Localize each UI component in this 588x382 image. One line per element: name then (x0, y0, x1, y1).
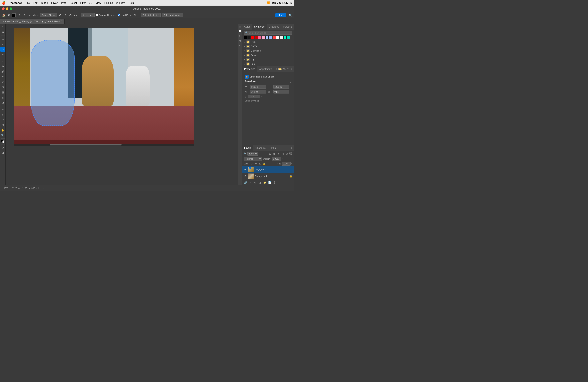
swatch-group-cmyk[interactable]: ▶ 📁 CMYK (242, 44, 294, 49)
brush-tool[interactable]: 🖌 (0, 69, 5, 74)
eyedropper-tool[interactable]: ✒ (0, 59, 5, 63)
menu-view[interactable]: View (96, 1, 101, 4)
prop-delete-icon[interactable]: 🗑 (286, 68, 289, 71)
select-and-mask-button[interactable]: Select and Mask... (162, 13, 184, 17)
link-layers-icon[interactable]: 🔗 (244, 181, 247, 184)
swatch-group-pastel[interactable]: ▶ 📁 Pastel (242, 53, 294, 57)
layer-filter-pixel-icon[interactable]: 🖼 (268, 152, 272, 155)
swatch-blue[interactable] (269, 36, 272, 39)
swatches-search[interactable]: 🔍 (244, 31, 293, 35)
shape-tool[interactable]: ◻ (0, 122, 5, 127)
swatch-lightgray[interactable] (280, 36, 283, 39)
spot-heal-tool[interactable]: ⊕ (0, 64, 5, 69)
height-input[interactable] (273, 85, 289, 89)
hand-tool[interactable]: ✋ (0, 128, 5, 133)
prop-add-icon[interactable]: ⊞ (282, 68, 286, 71)
scrollbar-thumb[interactable] (50, 144, 122, 145)
tab-color[interactable]: Color (242, 24, 252, 30)
menu-file[interactable]: File (26, 1, 30, 4)
lasso-tool[interactable]: ⌖ (0, 42, 5, 47)
path-selection-tool[interactable]: ↗ (0, 117, 5, 122)
new-group-icon[interactable]: 📁 (263, 181, 267, 184)
screen-mode-icon[interactable]: ⊟ (0, 151, 5, 155)
share-button[interactable]: Share (275, 13, 286, 17)
fill-input[interactable] (282, 162, 291, 166)
menu-select[interactable]: Select (70, 1, 77, 4)
crop-tool[interactable]: ✂ (0, 52, 5, 57)
swatch-group-light[interactable]: ▶ 📁 Light (242, 57, 294, 62)
layer-row-dogs6403[interactable]: 👁 S Dogs_6403 (242, 166, 294, 173)
gradient-tool[interactable]: ▤ (0, 90, 5, 95)
menu-type[interactable]: Type (61, 1, 66, 4)
sample-all-layers-checkbox[interactable] (96, 14, 98, 16)
swatch-brightred[interactable] (273, 36, 276, 39)
menu-filter[interactable]: Filter (80, 1, 86, 4)
tab-paths[interactable]: Paths (268, 145, 278, 151)
home-icon[interactable]: 🏠 (1, 13, 6, 17)
canvas-icon[interactable]: ⊡ (133, 13, 137, 17)
opacity-arrow-icon[interactable]: ▾ (282, 158, 283, 160)
swatch-dark[interactable] (247, 36, 251, 39)
tab-adjustments[interactable]: Adjustments (257, 66, 274, 72)
menu-3d[interactable]: 3D (89, 1, 92, 4)
object-finder-check[interactable]: ☑ (28, 13, 32, 17)
properties-icon[interactable]: ⊞ (238, 25, 242, 28)
blend-mode-select[interactable]: Normal (244, 157, 262, 161)
canvas[interactable] (14, 28, 194, 146)
app-name[interactable]: Photoshop (9, 1, 22, 4)
quick-mask-icon[interactable]: ⊙ (0, 145, 5, 150)
object-selection-tool[interactable]: ⊡ (0, 47, 5, 52)
forward-icon[interactable]: › (43, 187, 44, 190)
paragraph-icon[interactable]: ¶ (238, 44, 242, 48)
lock-artboards-icon[interactable]: ⊞ (258, 162, 262, 165)
horizontal-scrollbar[interactable] (14, 144, 194, 146)
swatch-white[interactable] (276, 36, 279, 39)
document-tab[interactable]: ✕ trees-3464777_1920.jpg @ 100% (Dogs_64… (0, 19, 64, 24)
layers-icon[interactable]: ⊞ (17, 13, 21, 17)
swatch-cyan[interactable] (283, 36, 287, 39)
tab-channels[interactable]: Channels (253, 145, 268, 151)
swatch-darkcyan[interactable] (287, 36, 290, 39)
tab-properties[interactable]: Properties (242, 66, 257, 72)
swatch-group-grayscale[interactable]: ▶ 📁 Grayscale (242, 49, 294, 53)
layer-visibility-dogs6403[interactable]: 👁 (244, 168, 247, 171)
layer-filter-adjust-icon[interactable]: ◑ (273, 152, 276, 155)
lock-position-icon[interactable]: ✥ (254, 162, 258, 165)
menu-image[interactable]: Image (41, 1, 48, 4)
tab-layers[interactable]: Layers (242, 145, 253, 151)
lock-all-icon[interactable]: 🔒 (262, 162, 266, 165)
close-button[interactable] (2, 7, 5, 10)
x-input[interactable] (250, 90, 266, 94)
menu-layer[interactable]: Layer (51, 1, 58, 4)
minimize-button[interactable] (6, 7, 8, 10)
comment-icon[interactable]: 💬 (238, 30, 242, 33)
eraser-tool[interactable]: ◻ (0, 85, 5, 90)
fx-icon[interactable]: fx (249, 181, 252, 184)
prop-folder-icon[interactable]: 📁 (279, 68, 282, 71)
dodge-tool[interactable]: ◑ (0, 100, 5, 105)
fill-arrow-icon[interactable]: ▾ (291, 163, 293, 165)
clone-stamp-tool[interactable]: ✦ (0, 74, 5, 79)
apple-menu[interactable]: 🍎 (1, 1, 6, 5)
foreground-bg-icon[interactable] (1, 139, 5, 143)
swatch-black[interactable] (244, 36, 247, 39)
layer-row-background[interactable]: 👁 Background 🔒 (242, 173, 294, 180)
layers-kind-select[interactable]: Kind (247, 152, 258, 156)
layer-filter-type-icon[interactable]: T (277, 152, 280, 155)
swatch-lightpink[interactable] (262, 36, 265, 39)
opacity-input[interactable] (272, 157, 281, 161)
reset-transform-icon[interactable]: ↺ (290, 80, 292, 83)
hard-edge-checkbox[interactable] (118, 14, 120, 16)
move-tool[interactable]: ↖ (0, 25, 5, 30)
swatch-pink[interactable] (258, 36, 261, 39)
swatch-darkred[interactable] (255, 36, 258, 39)
frame-icon[interactable]: ⊟ (63, 13, 67, 17)
prop-menu-icon[interactable]: ≡ (290, 68, 293, 71)
menu-plugins[interactable]: Plugins (105, 1, 113, 4)
tab-gradients[interactable]: Gradients (267, 24, 281, 30)
zoom-tool[interactable]: 🔍 (0, 133, 5, 138)
pen-tool[interactable]: ✏ (0, 107, 5, 112)
delete-layer-icon[interactable]: 🗑 (273, 181, 276, 184)
add-mask-icon[interactable]: ⊙ (253, 181, 257, 184)
refresh-icon[interactable]: ↺ (58, 13, 62, 17)
